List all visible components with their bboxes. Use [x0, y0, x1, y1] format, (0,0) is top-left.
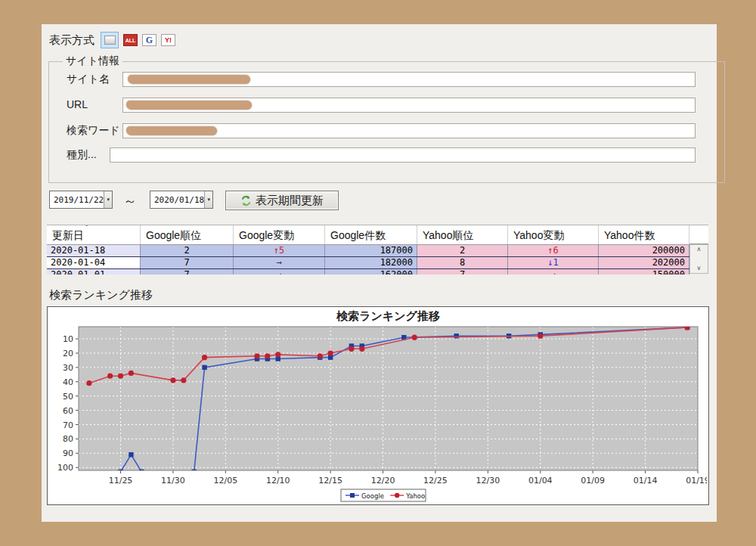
table-cell: 2 [141, 245, 234, 256]
redaction-blob [126, 126, 217, 135]
svg-text:90: 90 [63, 448, 73, 458]
site-name-label: サイト名 [67, 73, 110, 86]
table-row[interactable]: 2020-01-017→1620007→150000 [47, 269, 689, 275]
table-cell: 7 [141, 257, 234, 268]
scroll-down-icon[interactable]: ∨ [697, 265, 702, 271]
plot-area [79, 327, 698, 470]
svg-text:30: 30 [63, 363, 73, 373]
table-header-cell[interactable]: Google変動 [234, 225, 325, 244]
table-header-cell[interactable]: 更新日ˇ [47, 225, 141, 244]
redaction-blob [128, 75, 250, 84]
table-header-cell[interactable]: Yahoo変動 [508, 225, 599, 244]
table-header-row: 更新日ˇGoogle順位Google変動Google件数Yahoo順位Yahoo… [47, 225, 689, 245]
refresh-icon [240, 195, 252, 206]
standard-view-button[interactable] [101, 32, 119, 48]
table-cell: 7 [141, 269, 234, 275]
table-header-cell[interactable]: Yahoo件数 [599, 225, 689, 244]
table-cell: 7 [417, 269, 508, 275]
date-from-combo[interactable]: 2019/11/22 ▼ [49, 191, 113, 209]
table-cell: 202000 [599, 257, 689, 268]
table-cell: 2 [417, 245, 508, 256]
svg-text:01/04: 01/04 [528, 476, 553, 486]
date-range-separator: ～ [123, 192, 137, 210]
table-cell: 2020-01-18 [47, 245, 141, 256]
table-cell: ↓1 [508, 257, 599, 268]
all-view-icon[interactable]: ALL [123, 34, 138, 46]
table-cell: ↑6 [508, 245, 599, 256]
svg-text:12/10: 12/10 [266, 476, 290, 486]
sort-descending-icon: ˇ [85, 225, 88, 233]
update-period-button[interactable]: 表示期間更新 [225, 191, 339, 210]
table-cell: → [508, 269, 599, 275]
svg-text:11/25: 11/25 [109, 476, 133, 486]
window-icon [104, 36, 116, 45]
table-cell: 150000 [599, 269, 689, 275]
update-period-label: 表示期間更新 [256, 194, 324, 208]
table-cell: 2020-01-01 [47, 269, 141, 275]
table-cell: 8 [417, 257, 508, 268]
keyword-field[interactable] [122, 123, 696, 138]
table-cell: ↑5 [234, 245, 325, 256]
svg-text:80: 80 [63, 434, 73, 444]
table-cell: 187000 [325, 245, 417, 256]
table-header-cell[interactable]: Yahoo順位 [417, 225, 508, 244]
svg-text:50: 50 [63, 392, 73, 402]
svg-text:40: 40 [63, 377, 73, 387]
type-field[interactable] [110, 147, 696, 163]
svg-text:11/30: 11/30 [161, 476, 185, 486]
date-to-combo[interactable]: 2020/01/18 ▼ [150, 191, 213, 209]
table-cell: 2020-01-04 [47, 257, 141, 268]
url-field[interactable] [122, 98, 696, 113]
table-cell: 182000 [325, 257, 417, 268]
display-mode-label: 表示方式 [49, 33, 94, 48]
main-panel: 表示方式 ALL G Y! サイト情報 サイト名 URL 検索ワード 種別...… [42, 24, 717, 522]
svg-text:12/15: 12/15 [318, 476, 342, 486]
table-cell: → [234, 269, 325, 275]
table-body: 2020-01-182↑51870002↑62000002020-01-047→… [47, 245, 689, 275]
table-cell: → [234, 257, 325, 268]
table-row[interactable]: 2020-01-182↑51870002↑6200000 [47, 245, 689, 257]
table-columns: 更新日ˇGoogle順位Google変動Google件数Yahoo順位Yahoo… [47, 225, 689, 275]
svg-text:12/25: 12/25 [423, 476, 448, 486]
view-mode-buttons: ALL G Y! [101, 32, 175, 48]
keyword-label: 検索ワード [67, 124, 120, 138]
chart-title: 検索ランキング推移 [336, 309, 440, 323]
svg-text:01/14: 01/14 [634, 476, 658, 486]
svg-text:Yahoo: Yahoo [405, 492, 425, 500]
chart-legend: GoogleYahoo [341, 489, 426, 501]
svg-text:01/09: 01/09 [581, 476, 605, 486]
svg-text:60: 60 [63, 406, 73, 416]
svg-text:100: 100 [57, 463, 73, 473]
table-scrollbar[interactable]: ∧ ∨ [689, 225, 708, 275]
svg-text:10: 10 [63, 334, 73, 344]
table-cell: 200000 [599, 245, 689, 256]
chart-section-label: 検索ランキング推移 [49, 288, 153, 302]
svg-text:12/20: 12/20 [371, 476, 395, 486]
yahoo-icon[interactable]: Y! [161, 34, 175, 46]
google-icon[interactable]: G [142, 34, 156, 46]
redaction-blob [126, 101, 252, 110]
scrollbar-header-spacer [689, 225, 708, 244]
url-label: URL [67, 98, 88, 110]
svg-text:70: 70 [63, 420, 73, 430]
table-cell: 162000 [325, 269, 417, 275]
chevron-down-icon[interactable]: ▼ [104, 191, 112, 208]
scroll-up-icon[interactable]: ∧ [697, 247, 702, 253]
chevron-down-icon[interactable]: ▼ [204, 191, 212, 208]
scrollbar-track[interactable]: ∧ ∨ [689, 244, 708, 274]
table-row[interactable]: 2020-01-047→1820008↓1202000 [47, 257, 689, 269]
site-info-legend: サイト情報 [63, 54, 122, 68]
svg-text:20: 20 [63, 349, 73, 358]
date-to-value: 2020/01/18 [150, 195, 204, 205]
site-name-field[interactable] [122, 72, 696, 87]
svg-text:12/30: 12/30 [476, 476, 500, 486]
table-header-cell[interactable]: Google順位 [141, 225, 234, 244]
chart-canvas: 検索ランキング推移10203040506070809010011/2511/30… [48, 307, 707, 503]
svg-text:12/05: 12/05 [213, 476, 237, 486]
type-label: 種別... [67, 148, 97, 162]
svg-text:01/19: 01/19 [686, 476, 707, 486]
svg-text:Google: Google [361, 492, 384, 500]
table-header-cell[interactable]: Google件数 [325, 225, 417, 244]
ranking-chart: 検索ランキング推移10203040506070809010011/2511/30… [47, 306, 709, 505]
date-from-value: 2019/11/22 [50, 195, 104, 205]
